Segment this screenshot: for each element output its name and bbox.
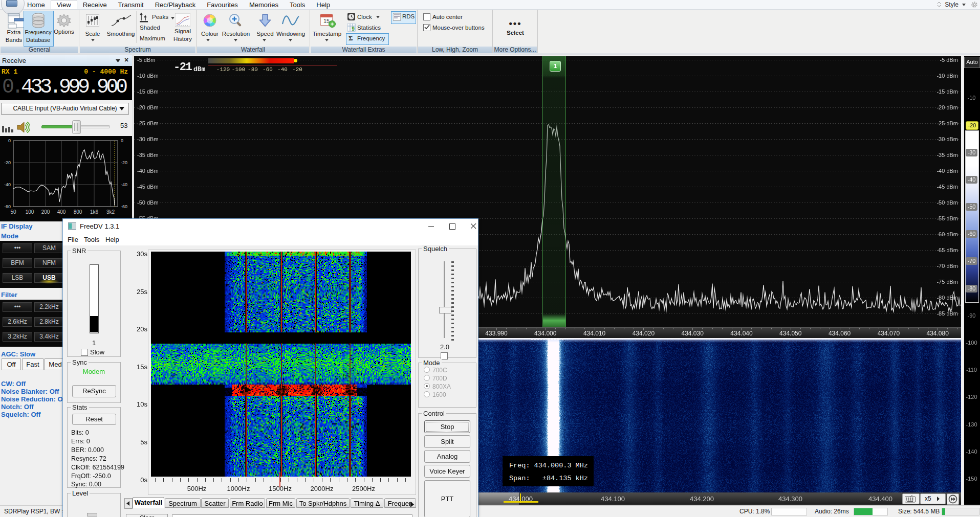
svg-text:-20: -20 — [4, 160, 11, 165]
svg-text:0: 0 — [8, 138, 11, 143]
svg-text:-20: -20 — [121, 160, 127, 165]
svg-text:800: 800 — [74, 209, 82, 215]
svg-text:-40: -40 — [4, 182, 11, 187]
svg-text:-40: -40 — [121, 182, 127, 187]
svg-text:9: 9 — [352, 26, 355, 32]
svg-text:50: 50 — [10, 209, 16, 215]
svg-text:3k2: 3k2 — [106, 209, 115, 215]
svg-text:100: 100 — [26, 209, 34, 215]
svg-text:400: 400 — [57, 209, 66, 215]
svg-text:200: 200 — [41, 209, 50, 215]
svg-text:-60: -60 — [4, 204, 11, 209]
svg-text:-60: -60 — [121, 204, 127, 209]
svg-text:1k6: 1k6 — [90, 209, 99, 215]
svg-text:0: 0 — [121, 138, 123, 143]
